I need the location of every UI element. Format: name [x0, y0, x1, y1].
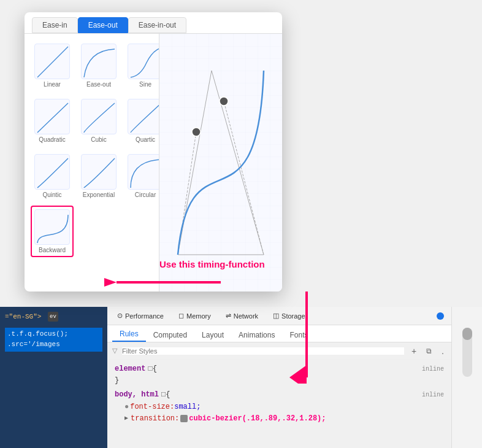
font-size-value: small; [174, 401, 201, 413]
curve-item-cubic[interactable]: Cubic [77, 95, 120, 147]
curve-item-circular[interactable]: Circular [124, 150, 159, 202]
curve-thumb-quadratic [34, 99, 70, 134]
element-selector: element [115, 363, 145, 375]
html-line-1: ="en-SG"> ev [5, 312, 102, 323]
body-html-selector: body, html [115, 389, 159, 401]
scrollbar-thumb[interactable] [462, 328, 472, 340]
devtools-right-panel [451, 307, 482, 448]
curve-thumb-easeout [81, 44, 117, 79]
curve-item-linear[interactable]: Linear [31, 40, 74, 91]
filter-input[interactable] [122, 347, 404, 355]
annotation-text: Use this timing-function [159, 259, 265, 269]
html-focus-line: .t.f.q.focus(); [7, 329, 100, 340]
body-square-icon: □ [161, 389, 166, 401]
tab-network[interactable]: ⇌ Network [218, 307, 266, 325]
tab-memory[interactable]: ◻ Memory [171, 307, 218, 325]
curve-label-cubic: Cubic [91, 136, 107, 143]
styles-tab-bar: Rules Computed Layout Animations Fonts [107, 325, 451, 342]
performance-icon: ⊙ [117, 312, 123, 320]
element-square-icon: □ [148, 363, 152, 375]
curve-label-exponential: Exponential [83, 191, 115, 198]
curve-label-circular: Circular [135, 191, 156, 198]
popup-tab-bar: Ease-in Ease-out Ease-in-out [25, 12, 282, 34]
cubic-bezier-value: cubic-bezier(.18,.89,.32,1.28); [189, 413, 326, 425]
curve-thumb-quartic [128, 99, 159, 134]
left-arrow-annotation: Use this timing-function [104, 264, 227, 303]
animations-tab[interactable]: Animations [231, 328, 282, 342]
tab-ease-in[interactable]: Ease-in [32, 17, 78, 33]
html-spacer [5, 323, 102, 328]
devtools-tab-bar: ⊙ Performance ◻ Memory ⇌ Network ◫ Stora… [107, 307, 451, 325]
tab-memory-label: Memory [186, 312, 211, 320]
font-size-property: font-size: [130, 401, 174, 413]
tab-network-label: Network [234, 312, 258, 320]
curve-label-quartic: Quartic [136, 136, 155, 143]
curve-item-sine[interactable]: Sine [124, 40, 159, 91]
html-attr-lang: ="en-SG"> [5, 313, 41, 320]
rules-tab[interactable]: Rules [112, 327, 146, 342]
curve-item-exponential[interactable]: Exponential [77, 150, 120, 202]
curve-label-sine: Sine [139, 81, 151, 88]
curve-label-quadratic: Quadratic [39, 136, 65, 143]
network-icon: ⇌ [226, 312, 231, 320]
curve-thumb-sine [128, 44, 159, 79]
curve-item-easeout[interactable]: Ease-out [77, 40, 120, 91]
svg-point-8 [192, 128, 201, 136]
curve-label-linear: Linear [44, 81, 61, 88]
ev-badge: ev [48, 312, 58, 322]
curve-item-backward[interactable]: Backward [31, 206, 74, 257]
preview-area [159, 34, 282, 292]
green-dot: ● [124, 401, 129, 413]
font-size-line: ● font-size: small; [115, 401, 444, 413]
open-brace-2: { [166, 389, 170, 401]
curve-label-easeout: Ease-out [86, 81, 111, 88]
element-close: } [115, 375, 444, 387]
svg-point-7 [220, 97, 228, 106]
body-html-rule: body, html □ { inline [115, 389, 444, 401]
transition-property: transition: [131, 413, 179, 425]
timing-function-icon[interactable] [180, 415, 188, 422]
computed-tab[interactable]: Computed [146, 328, 194, 342]
devtools-main: ⊙ Performance ◻ Memory ⇌ Network ◫ Stora… [107, 307, 451, 448]
filter-toolbar: ▽ + ⧉ . [107, 342, 451, 360]
curve-thumb-linear [34, 44, 70, 79]
curve-item-quadratic[interactable]: Quadratic [31, 95, 74, 147]
more-options-button[interactable]: . [439, 346, 446, 356]
tab-ease-in-out[interactable]: Ease-in-out [128, 17, 186, 33]
curve-thumb-cubic [81, 99, 117, 134]
close-brace-1: } [115, 375, 119, 387]
tab-ease-out[interactable]: Ease-out [78, 17, 128, 33]
svg-line-0 [37, 47, 68, 77]
curve-item-quartic[interactable]: Quartic [124, 95, 159, 147]
curve-thumb-exponential [81, 154, 117, 190]
scrollbar-track [462, 328, 472, 377]
inline-badge-2: inline [422, 390, 444, 400]
scroll-indicator [437, 312, 444, 320]
curve-item-quintic[interactable]: Quintic [31, 150, 74, 202]
html-panel: ="en-SG"> ev .t.f.q.focus(); .src='/imag… [0, 307, 107, 448]
element-rule: element □ { inline [115, 363, 444, 375]
tab-performance-label: Performance [125, 312, 164, 320]
styles-content: element □ { inline } body, html □ { inli… [107, 360, 451, 428]
curve-grid: Linear Ease-out Sine [25, 34, 159, 292]
copy-style-button[interactable]: ⧉ [424, 347, 434, 355]
curve-thumb-backward [34, 209, 70, 245]
popup-body: Linear Ease-out Sine [25, 34, 282, 292]
curve-label-backward: Backward [39, 247, 66, 253]
timing-function-popup: Ease-in Ease-out Ease-in-out Linear [25, 12, 282, 292]
open-brace-1: { [153, 363, 157, 375]
tab-performance[interactable]: ⊙ Performance [110, 307, 171, 325]
transition-line: ▶ transition: cubic-bezier(.18,.89,.32,1… [115, 413, 444, 425]
curve-label-quintic: Quintic [42, 191, 61, 198]
inline-badge-1: inline [422, 365, 444, 374]
curve-thumb-quintic [34, 154, 70, 190]
html-src-line: .src='/images [7, 339, 100, 350]
layout-tab[interactable]: Layout [194, 328, 231, 342]
storage-icon: ◫ [273, 312, 279, 320]
html-highlight-block: .t.f.q.focus(); .src='/images [5, 328, 102, 352]
down-arrow-annotation [288, 292, 325, 385]
add-style-button[interactable]: + [409, 346, 419, 356]
filter-icon: ▽ [112, 347, 117, 355]
expand-triangle[interactable]: ▶ [124, 414, 128, 423]
curve-thumb-circular [128, 154, 159, 190]
